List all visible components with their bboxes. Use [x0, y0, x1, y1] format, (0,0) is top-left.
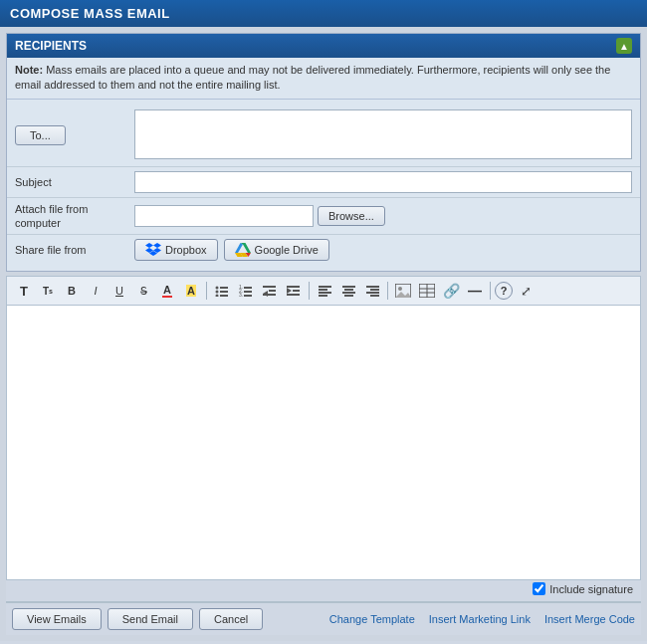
bottom-right: Change Template Insert Marketing Link In…: [329, 613, 635, 625]
editor-textarea[interactable]: [7, 306, 640, 579]
share-label: Share file from: [15, 244, 134, 256]
toolbar-fullscreen[interactable]: ⤢: [515, 280, 537, 302]
svg-marker-1: [153, 243, 161, 248]
insert-image-icon: [395, 284, 411, 298]
to-row: To...: [7, 106, 640, 167]
title-text: COMPOSE MASS EMAIL: [10, 6, 170, 21]
gdrive-button[interactable]: Google Drive: [224, 239, 329, 261]
change-template-link[interactable]: Change Template: [329, 613, 415, 625]
to-textarea[interactable]: [134, 109, 632, 159]
svg-rect-19: [244, 291, 252, 293]
ordered-list-icon: 1.2.3.: [239, 285, 253, 297]
form-area: To... Subject Attach file from computer …: [7, 100, 640, 272]
svg-rect-38: [366, 286, 379, 288]
svg-rect-25: [263, 294, 276, 296]
align-left-icon: [319, 286, 331, 297]
outdent-icon: [263, 285, 277, 297]
toolbar-align-left[interactable]: [314, 280, 335, 302]
insert-merge-code-link[interactable]: Insert Merge Code: [544, 613, 635, 625]
svg-rect-29: [287, 294, 300, 296]
dropbox-button[interactable]: Dropbox: [134, 239, 218, 261]
toolbar-sep2: [309, 282, 310, 300]
svg-point-14: [216, 295, 219, 298]
svg-rect-34: [342, 286, 355, 288]
svg-rect-35: [344, 289, 353, 291]
gdrive-label: Google Drive: [255, 244, 319, 256]
browse-button[interactable]: Browse...: [318, 206, 385, 226]
toolbar-sep3: [387, 282, 388, 300]
svg-rect-11: [220, 287, 228, 289]
subject-input[interactable]: [134, 171, 632, 193]
svg-point-10: [216, 287, 219, 290]
title-bar: COMPOSE MASS EMAIL: [0, 0, 647, 27]
signature-row: Include signature: [6, 580, 641, 601]
share-buttons: Dropbox Google Drive: [134, 239, 632, 261]
cancel-button[interactable]: Cancel: [199, 608, 263, 630]
toolbar-insert-table[interactable]: [416, 280, 438, 302]
editor-area: [6, 305, 641, 580]
svg-rect-13: [220, 291, 228, 293]
recipients-header-label: RECIPIENTS: [15, 39, 87, 53]
note-bar: Note: Mass emails are placed into a queu…: [7, 58, 640, 100]
editor-section: T Ts B I U S̶ A A: [6, 276, 641, 580]
include-signature-label[interactable]: Include signature: [533, 582, 637, 595]
note-prefix: Note:: [15, 64, 43, 76]
svg-rect-17: [244, 287, 252, 289]
toolbar-font-color[interactable]: A: [156, 280, 178, 302]
indent-icon: [287, 285, 301, 297]
toolbar-unordered-list[interactable]: [211, 280, 233, 302]
svg-rect-26: [287, 286, 300, 288]
toolbar-underline[interactable]: U: [108, 280, 130, 302]
align-right-icon: [366, 286, 379, 297]
svg-rect-40: [366, 292, 379, 294]
attach-label: Attach file from computer: [15, 202, 134, 231]
toolbar-outdent[interactable]: [259, 280, 281, 302]
toolbar-horizontal-rule[interactable]: —: [464, 280, 486, 302]
to-label: To...: [15, 125, 134, 145]
svg-rect-15: [220, 295, 228, 297]
send-email-button[interactable]: Send Email: [108, 608, 193, 630]
svg-rect-36: [342, 292, 355, 294]
subject-label: Subject: [15, 176, 134, 188]
svg-rect-28: [293, 290, 300, 292]
toolbar-italic[interactable]: I: [85, 280, 107, 302]
to-field: [134, 109, 632, 162]
svg-point-12: [216, 291, 219, 294]
toolbar-text-subscript[interactable]: Ts: [37, 280, 59, 302]
svg-rect-41: [370, 295, 379, 297]
include-signature-checkbox[interactable]: [533, 582, 545, 595]
svg-rect-31: [319, 289, 327, 291]
recipients-section: RECIPIENTS ▲ Note: Mass emails are place…: [6, 33, 641, 272]
align-center-icon: [342, 286, 355, 297]
dropbox-icon: [145, 243, 161, 257]
toolbar-insert-image[interactable]: [392, 280, 414, 302]
toolbar-align-center[interactable]: [337, 280, 359, 302]
toolbar-insert-link[interactable]: 🔗: [440, 280, 462, 302]
note-text: Mass emails are placed into a queue and …: [15, 64, 610, 91]
toolbar-sep1: [206, 282, 207, 300]
toolbar-ordered-list[interactable]: 1.2.3.: [235, 280, 257, 302]
svg-rect-22: [263, 286, 276, 288]
svg-marker-44: [395, 292, 411, 298]
insert-marketing-link[interactable]: Insert Marketing Link: [429, 613, 531, 625]
svg-rect-30: [319, 286, 331, 288]
toolbar-sep4: [490, 282, 491, 300]
toolbar-indent[interactable]: [283, 280, 305, 302]
view-emails-button[interactable]: View Emails: [12, 608, 102, 630]
recipients-expand-icon[interactable]: ▲: [616, 38, 632, 54]
toolbar-strikethrough[interactable]: S̶: [132, 280, 154, 302]
toolbar-highlight[interactable]: A: [180, 280, 202, 302]
toolbar-align-right[interactable]: [361, 280, 383, 302]
svg-marker-0: [145, 243, 153, 248]
toolbar-text-normal[interactable]: T: [13, 280, 35, 302]
attach-input[interactable]: [134, 205, 314, 227]
insert-table-icon: [419, 284, 435, 298]
subject-field: [134, 171, 632, 193]
recipients-header: RECIPIENTS ▲: [7, 34, 640, 58]
svg-point-43: [398, 287, 402, 291]
toolbar-bold[interactable]: B: [61, 280, 83, 302]
toolbar-help[interactable]: ?: [495, 282, 513, 300]
to-button[interactable]: To...: [15, 125, 66, 145]
svg-rect-21: [244, 295, 252, 297]
attach-row: Attach file from computer Browse...: [7, 198, 640, 236]
